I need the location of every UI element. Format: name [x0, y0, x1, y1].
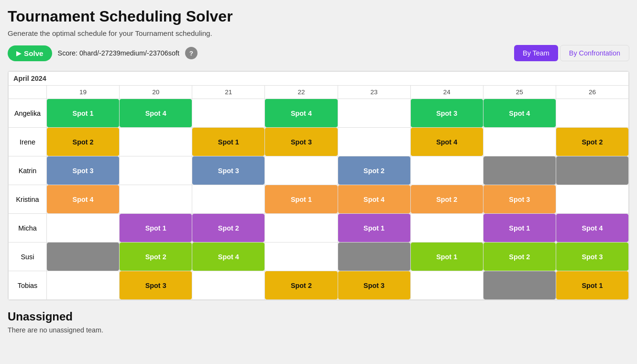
spot-cell: Spot 1 — [192, 128, 265, 156]
spot-block[interactable]: Spot 4 — [483, 99, 556, 127]
spot-cell: Spot 4 — [556, 214, 628, 243]
spot-block[interactable]: Spot 2 — [483, 243, 556, 271]
day-header-23: 23 — [338, 86, 410, 99]
spot-block[interactable]: Spot 3 — [192, 156, 264, 185]
spot-cell — [410, 156, 483, 185]
table-row: SusiSpot 2Spot 4Spot 1Spot 2Spot 3 — [9, 243, 629, 271]
spot-block[interactable]: Spot 2 — [192, 214, 264, 242]
team-label-katrin: Katrin — [9, 156, 47, 185]
spot-block[interactable]: Spot 4 — [411, 128, 483, 156]
help-button[interactable]: ? — [185, 47, 198, 59]
spot-cell: Spot 3 — [120, 271, 192, 300]
spot-cell: Spot 1 — [120, 214, 192, 243]
spot-block[interactable]: Spot 1 — [192, 128, 264, 156]
spot-cell — [265, 156, 338, 185]
spot-block[interactable]: Spot 3 — [338, 271, 410, 299]
day-header-26: 26 — [556, 86, 628, 99]
spot-cell: Spot 3 — [483, 185, 556, 214]
spot-cell: Spot 3 — [47, 156, 120, 185]
spot-cell — [192, 185, 265, 214]
spot-block[interactable]: Spot 2 — [556, 128, 628, 156]
spot-block[interactable]: Spot 3 — [120, 271, 192, 299]
schedule-table: April 20241920212223242526AngelikaSpot 1… — [8, 71, 629, 300]
spot-block[interactable]: Spot 3 — [265, 128, 337, 156]
spot-cell: Spot 4 — [120, 99, 192, 128]
spot-cell: Spot 1 — [47, 99, 120, 128]
team-label-micha: Micha — [9, 214, 47, 243]
spot-cell: Spot 4 — [410, 128, 483, 156]
month-header: April 2024 — [9, 72, 629, 86]
day-header-20: 20 — [120, 86, 192, 99]
team-label-irene: Irene — [9, 128, 47, 156]
spot-cell: Spot 1 — [556, 271, 628, 300]
spot-block[interactable]: Spot 1 — [265, 185, 337, 213]
spot-block[interactable]: Spot 2 — [411, 185, 483, 213]
spot-cell — [265, 243, 338, 271]
unassigned-title: Unassigned — [8, 310, 629, 323]
spot-cell: Spot 4 — [192, 243, 265, 271]
solve-button[interactable]: Solve — [8, 45, 52, 61]
spot-cell: Spot 2 — [265, 271, 338, 300]
spot-cell: Spot 1 — [483, 214, 556, 243]
day-header-19: 19 — [47, 86, 120, 99]
spot-cell: Spot 2 — [120, 243, 192, 271]
spot-block[interactable]: Spot 3 — [411, 99, 483, 127]
spot-block[interactable]: Spot 2 — [47, 128, 119, 156]
spot-block[interactable]: Spot 4 — [120, 99, 192, 127]
score-label: Score: 0hard/-27239medium/-23706soft — [58, 49, 179, 57]
spot-cell — [483, 271, 556, 300]
spot-block[interactable]: Spot 3 — [47, 156, 119, 185]
toolbar: Solve Score: 0hard/-27239medium/-23706so… — [8, 45, 629, 61]
team-label-angelika: Angelika — [9, 99, 47, 128]
spot-block[interactable]: Spot 3 — [483, 185, 556, 213]
day-header-25: 25 — [483, 86, 556, 99]
spot-cell — [483, 156, 556, 185]
day-header-22: 22 — [265, 86, 338, 99]
spot-cell — [483, 128, 556, 156]
spot-cell — [120, 185, 192, 214]
spot-block[interactable]: Spot 4 — [192, 243, 264, 271]
by-team-button[interactable]: By Team — [514, 45, 558, 61]
by-confrontation-button[interactable]: By Confrontation — [560, 45, 629, 61]
spot-cell — [120, 128, 192, 156]
spot-cell: Spot 2 — [192, 214, 265, 243]
team-label-tobias: Tobias — [9, 271, 47, 300]
spot-block[interactable]: Spot 2 — [338, 156, 410, 185]
day-header-21: 21 — [192, 86, 265, 99]
spot-cell — [120, 156, 192, 185]
spot-block[interactable]: Spot 4 — [338, 185, 410, 213]
spot-block[interactable]: Spot 3 — [556, 243, 628, 271]
spot-block[interactable]: Spot 1 — [556, 271, 628, 299]
spot-block[interactable]: Spot 4 — [47, 185, 119, 213]
spot-block[interactable]: Spot 1 — [47, 99, 119, 127]
spot-cell — [410, 271, 483, 300]
spot-block[interactable]: Spot 1 — [338, 214, 410, 242]
spot-cell — [192, 271, 265, 300]
spot-block[interactable]: Spot 1 — [411, 243, 483, 271]
spot-cell — [338, 243, 410, 271]
spot-cell: Spot 4 — [483, 99, 556, 128]
table-row: AngelikaSpot 1Spot 4Spot 4Spot 3Spot 4 — [9, 99, 629, 128]
spot-block-gray — [556, 156, 628, 185]
spot-cell — [556, 99, 628, 128]
spot-cell — [265, 214, 338, 243]
spot-block[interactable]: Spot 1 — [120, 214, 192, 242]
spot-block[interactable]: Spot 1 — [483, 214, 556, 242]
spot-cell — [410, 214, 483, 243]
spot-block-gray — [483, 156, 556, 185]
spot-block[interactable]: Spot 4 — [556, 214, 628, 242]
unassigned-section: Unassigned There are no unassigned team. — [8, 310, 629, 334]
spot-block[interactable]: Spot 4 — [265, 99, 337, 127]
page-title: Tournament Scheduling Solver — [8, 8, 629, 25]
team-label-kristina: Kristina — [9, 185, 47, 214]
spot-cell: Spot 2 — [483, 243, 556, 271]
spot-block-gray — [338, 243, 410, 271]
spot-cell: Spot 4 — [47, 185, 120, 214]
spot-block[interactable]: Spot 2 — [120, 243, 192, 271]
spot-cell: Spot 3 — [192, 156, 265, 185]
table-row: KatrinSpot 3Spot 3Spot 2 — [9, 156, 629, 185]
spot-block-gray — [47, 243, 119, 271]
spot-block[interactable]: Spot 2 — [265, 271, 337, 299]
spot-cell: Spot 2 — [47, 128, 120, 156]
table-row: TobiasSpot 3Spot 2Spot 3Spot 1 — [9, 271, 629, 300]
